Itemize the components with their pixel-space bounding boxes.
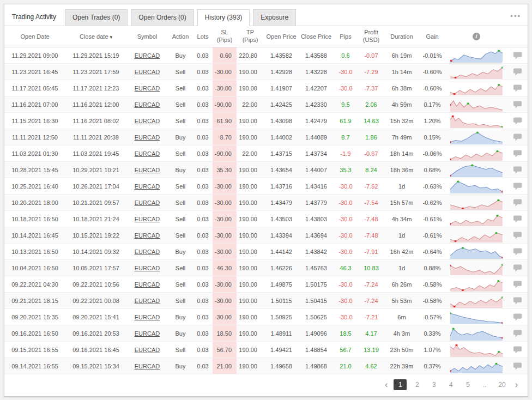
comment-cell[interactable] bbox=[507, 260, 528, 276]
close-date-cell: 10.21.2021 09:57 bbox=[65, 195, 126, 211]
symbol-link[interactable]: EURCAD bbox=[126, 129, 168, 146]
pagination-page-20[interactable]: 20 bbox=[495, 379, 509, 390]
sl-pips-cell: -30.00 bbox=[213, 244, 237, 260]
comment-cell[interactable] bbox=[507, 309, 528, 325]
symbol-link[interactable]: EURCAD bbox=[126, 195, 168, 211]
duration-cell: 1d bbox=[385, 178, 419, 195]
pips-cell: 35.3 bbox=[334, 162, 358, 178]
comment-cell[interactable] bbox=[507, 293, 528, 309]
profit-cell: 2.06 bbox=[358, 96, 385, 113]
sparkline-chart bbox=[450, 180, 503, 193]
chart-cell bbox=[446, 358, 507, 374]
close-price-cell: 1.43803 bbox=[299, 211, 334, 227]
symbol-link[interactable]: EURCAD bbox=[126, 178, 168, 195]
pagination-page-2[interactable]: 2 bbox=[410, 379, 424, 390]
close-price-cell: 1.43228 bbox=[299, 64, 334, 80]
col-header-open-price[interactable]: Open Price bbox=[264, 26, 299, 47]
tp-pips-cell: 190.00 bbox=[237, 260, 264, 276]
duration-cell: 1d bbox=[385, 227, 419, 244]
tab-open-orders[interactable]: Open Orders (0) bbox=[131, 9, 194, 26]
tp-pips-cell: 190.00 bbox=[237, 276, 264, 293]
pagination-page-4[interactable]: 4 bbox=[444, 379, 457, 390]
comment-cell[interactable] bbox=[507, 276, 528, 293]
comment-cell[interactable] bbox=[507, 162, 528, 178]
comment-cell[interactable] bbox=[507, 146, 528, 162]
comment-cell[interactable] bbox=[507, 96, 528, 113]
symbol-link[interactable]: EURCAD bbox=[126, 293, 168, 309]
symbol-link[interactable]: EURCAD bbox=[126, 276, 168, 293]
tab-open-trades[interactable]: Open Trades (0) bbox=[65, 9, 128, 26]
profit-cell: -0.67 bbox=[358, 146, 385, 162]
pagination-prev[interactable]: ‹ bbox=[383, 380, 390, 390]
sparkline-chart bbox=[450, 147, 503, 161]
col-header-sl-pips[interactable]: SL (Pips) bbox=[213, 26, 237, 47]
comment-cell[interactable] bbox=[507, 129, 528, 146]
comment-cell[interactable] bbox=[507, 244, 528, 260]
comment-cell[interactable] bbox=[507, 195, 528, 211]
comment-cell[interactable] bbox=[507, 80, 528, 96]
symbol-link[interactable]: EURCAD bbox=[126, 342, 168, 358]
pagination-next[interactable]: › bbox=[513, 380, 520, 390]
sparkline-chart bbox=[450, 82, 503, 95]
symbol-link[interactable]: EURCAD bbox=[126, 325, 168, 342]
symbol-link[interactable]: EURCAD bbox=[126, 162, 168, 178]
info-icon[interactable]: i bbox=[473, 33, 480, 40]
more-options-icon[interactable]: ••• bbox=[510, 12, 521, 23]
comment-cell[interactable] bbox=[507, 178, 528, 195]
col-header-open-date[interactable]: Open Date bbox=[4, 26, 65, 47]
close-point-dot bbox=[498, 50, 500, 52]
symbol-link[interactable]: EURCAD bbox=[126, 309, 168, 325]
sparkline-chart bbox=[450, 278, 503, 292]
comment-cell[interactable] bbox=[507, 227, 528, 244]
col-header-tp-pips[interactable]: TP (Pips) bbox=[237, 26, 264, 47]
pagination-page-1[interactable]: 1 bbox=[394, 379, 407, 390]
comment-cell[interactable] bbox=[507, 64, 528, 80]
col-header-duration[interactable]: Duration bbox=[385, 26, 419, 47]
symbol-link[interactable]: EURCAD bbox=[126, 146, 168, 162]
col-header-gain[interactable]: Gain bbox=[419, 26, 446, 47]
symbol-link[interactable]: EURCAD bbox=[126, 260, 168, 276]
lots-cell: 0.03 bbox=[193, 342, 213, 358]
col-header-lots[interactable]: Lots bbox=[193, 26, 213, 47]
comment-cell[interactable] bbox=[507, 358, 528, 374]
sl-pips-cell: -30.00 bbox=[213, 309, 237, 325]
close-price-cell: 1.48854 bbox=[299, 342, 334, 358]
symbol-link[interactable]: EURCAD bbox=[126, 64, 168, 80]
sl-pips-cell: -30.00 bbox=[213, 227, 237, 244]
comment-cell[interactable] bbox=[507, 342, 528, 358]
comment-cell[interactable] bbox=[507, 47, 528, 64]
symbol-link[interactable]: EURCAD bbox=[126, 113, 168, 129]
close-date-cell: 11.11.2021 20:39 bbox=[65, 129, 126, 146]
col-header-pips[interactable]: Pips bbox=[334, 26, 358, 47]
symbol-link[interactable]: EURCAD bbox=[126, 244, 168, 260]
open-point-dot bbox=[452, 116, 454, 118]
comment-icon bbox=[513, 117, 522, 125]
open-date-cell: 09.20.2021 15:35 bbox=[4, 309, 65, 325]
col-header-action[interactable]: Action bbox=[168, 26, 193, 47]
symbol-link[interactable]: EURCAD bbox=[126, 211, 168, 227]
chart-cell bbox=[446, 342, 507, 358]
tab-history[interactable]: History (393) bbox=[197, 9, 250, 26]
comment-icon bbox=[513, 362, 522, 370]
col-header-profit[interactable]: Profit (USD) bbox=[358, 26, 385, 47]
symbol-link[interactable]: EURCAD bbox=[126, 358, 168, 374]
symbol-link[interactable]: EURCAD bbox=[126, 47, 168, 64]
symbol-link[interactable]: EURCAD bbox=[126, 80, 168, 96]
action-cell: Buy bbox=[168, 309, 193, 325]
open-point-dot bbox=[454, 240, 456, 243]
symbol-link[interactable]: EURCAD bbox=[126, 96, 168, 113]
comment-icon bbox=[513, 313, 522, 321]
comment-cell[interactable] bbox=[507, 113, 528, 129]
symbol-link[interactable]: EURCAD bbox=[126, 227, 168, 244]
comment-cell[interactable] bbox=[507, 211, 528, 227]
col-header-close-price[interactable]: Close Price bbox=[299, 26, 334, 47]
comment-cell[interactable] bbox=[507, 325, 528, 342]
sparkline-chart bbox=[450, 343, 503, 357]
col-header-symbol[interactable]: Symbol bbox=[126, 26, 168, 47]
pagination-page-..[interactable]: .. bbox=[478, 379, 491, 390]
pagination-page-5[interactable]: 5 bbox=[461, 379, 474, 390]
pagination-page-3[interactable]: 3 bbox=[427, 379, 440, 390]
col-header-close-date[interactable]: Close date ▾ bbox=[65, 26, 126, 47]
tab-exposure[interactable]: Exposure bbox=[253, 9, 296, 26]
open-point-dot bbox=[454, 93, 456, 95]
